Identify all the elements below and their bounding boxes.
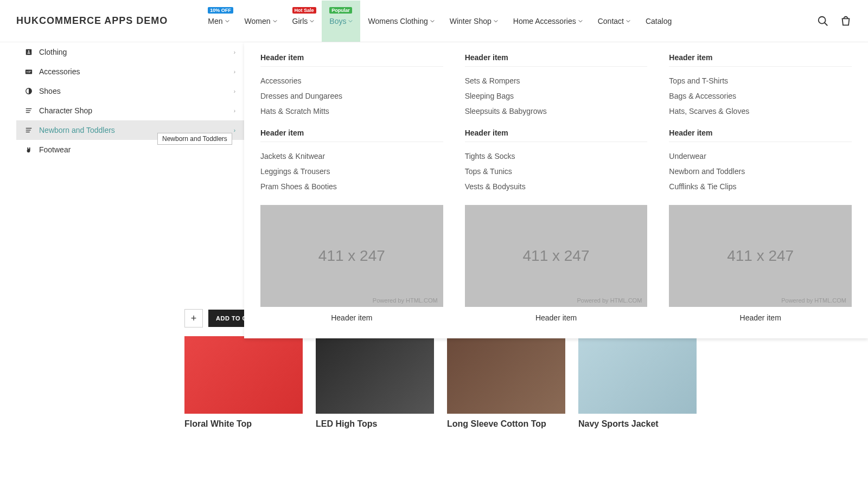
- nav-label: Winter Shop: [450, 17, 492, 25]
- nav-label: Catalog: [646, 17, 672, 25]
- mega-link[interactable]: Vests & Bodysuits: [465, 179, 648, 194]
- nav-item-boys[interactable]: PopularBoys: [322, 1, 360, 42]
- svg-line-1: [825, 22, 828, 25]
- mega-promo-image[interactable]: 411 x 247Powered by HTML.COM: [260, 205, 443, 307]
- chevron-down-icon: [626, 19, 630, 23]
- svg-rect-6: [28, 71, 31, 72]
- placeholder-text: 411 x 247: [727, 247, 794, 265]
- header: HUKCOMMERCE APPS DEMO 10% OFFMenWomenHot…: [0, 0, 868, 42]
- sidebar-item-label: Accessories: [39, 67, 227, 76]
- chevron-down-icon: [273, 19, 277, 23]
- mega-link[interactable]: Dresses and Dungarees: [260, 88, 443, 104]
- mega-link[interactable]: Hats, Scarves & Gloves: [669, 104, 852, 119]
- product-image[interactable]: [184, 336, 303, 414]
- mega-caption[interactable]: Header item: [669, 307, 852, 322]
- nav-label: Womens Clothing: [368, 17, 427, 25]
- chevron-right-icon: ›: [234, 127, 235, 133]
- nav-item-catalog[interactable]: Catalog: [638, 1, 679, 42]
- sidebar-item-character-shop[interactable]: Character Shop›: [16, 101, 244, 120]
- placeholder-text: 411 x 247: [523, 247, 590, 265]
- chevron-down-icon: [310, 19, 314, 23]
- mega-link[interactable]: Underwear: [669, 149, 852, 164]
- nav-label: Girls: [292, 17, 308, 25]
- product-title[interactable]: LED High Tops: [316, 414, 434, 429]
- nav-item-womens-clothing[interactable]: Womens Clothing: [360, 1, 442, 42]
- product-title[interactable]: Navy Sports Jacket: [578, 414, 697, 429]
- hover-tooltip: Newborn and Toddlers: [157, 133, 232, 145]
- svg-point-5: [27, 71, 28, 72]
- chevron-down-icon: [348, 19, 353, 23]
- nav-label: Women: [245, 17, 271, 25]
- hand-icon: [25, 146, 33, 153]
- mega-link[interactable]: Tops & Tunics: [465, 164, 648, 179]
- lines-icon: [25, 126, 33, 134]
- mega-link[interactable]: Cufflinks & Tie Clips: [669, 179, 852, 194]
- product-image[interactable]: [447, 336, 565, 414]
- powered-by-text: Powered by HTML.COM: [373, 297, 438, 304]
- chevron-right-icon: ›: [234, 49, 235, 55]
- svg-rect-4: [25, 70, 32, 74]
- chevron-down-icon: [494, 19, 498, 23]
- nav-badge: Popular: [329, 7, 352, 14]
- search-icon[interactable]: [817, 15, 829, 27]
- chevron-right-icon: ›: [234, 88, 235, 94]
- cart-icon[interactable]: [840, 15, 852, 27]
- product-image[interactable]: [578, 336, 697, 414]
- nav-item-contact[interactable]: Contact: [590, 1, 638, 42]
- mega-link[interactable]: Sets & Rompers: [465, 73, 648, 88]
- mega-header: Header item: [465, 53, 648, 67]
- sidebar-item-accessories[interactable]: Accessories›: [16, 62, 244, 81]
- mega-link[interactable]: Bags & Accessories: [669, 88, 852, 104]
- nav-badge: 10% OFF: [208, 7, 233, 14]
- powered-by-text: Powered by HTML.COM: [577, 297, 642, 304]
- svg-point-3: [28, 50, 30, 52]
- mega-header: Header item: [669, 129, 852, 142]
- sidebar-item-label: Clothing: [39, 48, 227, 56]
- powered-by-text: Powered by HTML.COM: [781, 297, 846, 304]
- product-title[interactable]: Floral White Top: [184, 414, 303, 429]
- contrast-icon: [25, 87, 33, 95]
- contact-icon: [25, 48, 33, 56]
- sidebar-item-shoes[interactable]: Shoes›: [16, 81, 244, 101]
- product-title[interactable]: Long Sleeve Cotton Top: [447, 414, 565, 429]
- mega-caption[interactable]: Header item: [465, 307, 648, 322]
- mega-link[interactable]: Newborn and Toddlers: [669, 164, 852, 179]
- mega-link[interactable]: Tops and T-Shirts: [669, 73, 852, 88]
- nav-item-winter-shop[interactable]: Winter Shop: [442, 1, 506, 42]
- placeholder-text: 411 x 247: [318, 247, 385, 265]
- mega-link[interactable]: Sleepsuits & Babygrows: [465, 104, 648, 119]
- mega-link[interactable]: Tights & Socks: [465, 149, 648, 164]
- mega-menu: Header itemAccessoriesDresses and Dungar…: [244, 42, 868, 338]
- sidebar-item-clothing[interactable]: Clothing›: [16, 42, 244, 62]
- mega-header: Header item: [669, 53, 852, 67]
- nav-badge: Hot Sale: [292, 7, 316, 14]
- mega-link[interactable]: Hats & Scratch Mitts: [260, 104, 443, 119]
- mega-link[interactable]: Sleeping Bags: [465, 88, 648, 104]
- chevron-right-icon: ›: [234, 108, 235, 114]
- mega-link[interactable]: Jackets & Knitwear: [260, 149, 443, 164]
- nav-item-girls[interactable]: Hot SaleGirls: [285, 1, 322, 42]
- svg-rect-2: [26, 49, 32, 55]
- mega-link[interactable]: Leggings & Trousers: [260, 164, 443, 179]
- mega-link[interactable]: Accessories: [260, 73, 443, 88]
- site-logo[interactable]: HUKCOMMERCE APPS DEMO: [16, 15, 200, 27]
- nav-item-women[interactable]: Women: [237, 1, 285, 42]
- mega-link[interactable]: Pram Shoes & Booties: [260, 179, 443, 194]
- mega-header: Header item: [260, 129, 443, 142]
- sidebar-item-label: Shoes: [39, 87, 227, 95]
- card-icon: [25, 68, 33, 75]
- nav-item-men[interactable]: 10% OFFMen: [200, 1, 237, 42]
- quantity-plus-button[interactable]: +: [184, 309, 203, 328]
- chevron-right-icon: ›: [234, 69, 235, 75]
- mega-promo-image[interactable]: 411 x 247Powered by HTML.COM: [465, 205, 648, 307]
- mega-caption[interactable]: Header item: [260, 307, 443, 322]
- product-image[interactable]: [316, 336, 434, 414]
- svg-rect-7: [28, 72, 30, 73]
- mega-promo-image[interactable]: 411 x 247Powered by HTML.COM: [669, 205, 852, 307]
- nav-item-home-accessories[interactable]: Home Accessories: [506, 1, 590, 42]
- main-nav: 10% OFFMenWomenHot SaleGirlsPopularBoysW…: [200, 1, 817, 42]
- sidebar-item-label: Footwear: [39, 145, 235, 154]
- mega-col: Header itemTops and T-ShirtsBags & Acces…: [669, 53, 852, 322]
- sidebar-item-label: Character Shop: [39, 106, 227, 115]
- nav-label: Men: [208, 17, 222, 25]
